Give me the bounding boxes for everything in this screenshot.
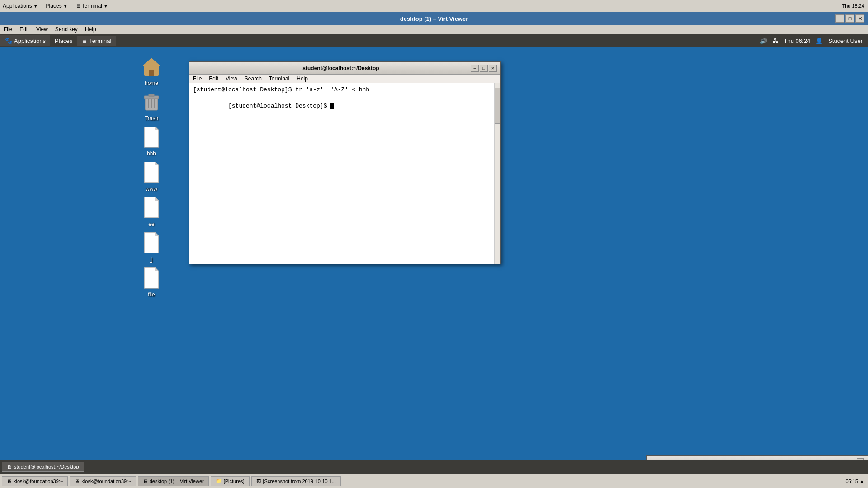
www-icon-label: www [144,185,159,192]
term-file-menu[interactable]: File [193,75,202,82]
virt-view-menu[interactable]: View [36,26,48,33]
file-icon-svg [142,267,160,289]
guest-sound-icon: 🔊 [760,38,767,44]
jj-icon-img [141,232,162,254]
host-tb-icon-0: 🖥 [7,479,12,484]
trash-icon-svg [141,91,162,113]
term-max-icon: □ [482,66,485,70]
term-terminal-menu[interactable]: Terminal [269,75,289,82]
host-tb-item-4[interactable]: 🖼 [Screenshot from 2019-10-10 1... [251,476,341,486]
terminal-minimize-btn[interactable]: – [471,65,479,72]
host-terminal-menu[interactable]: 🖥 Terminal ▼ [73,2,111,10]
host-tb-right: 05:15 ▲ [846,479,868,484]
host-applications-label: Applications [3,3,32,9]
host-places-label: Places [46,3,62,9]
home-icon-img [141,56,162,78]
svg-marker-18 [155,267,159,271]
guest-places-btn[interactable]: Places [50,36,77,46]
host-tb-item-0[interactable]: 🖥 kiosk@foundation39:~ [2,476,68,486]
virt-help-menu[interactable]: Help [85,26,96,33]
close-icon: ✕ [858,16,862,22]
host-apps-arrow: ▼ [33,3,38,9]
host-tb-icon-4: 🖼 [256,479,261,484]
host-taskbar-top: Applications ▼ Places ▼ 🖥 Terminal ▼ Thu… [0,0,868,12]
host-tb-item-1[interactable]: 🖥 kiosk@foundation39:~ [70,476,136,486]
host-tb-label-1: kiosk@foundation39:~ [81,479,131,484]
trash-desktop-icon[interactable]: Trash [136,91,167,122]
www-icon-img [141,162,162,183]
host-tb-item-2[interactable]: 🖥 desktop (1) – Virt Viewer [138,476,209,486]
desktop-icons-area: home Trash [127,47,176,307]
guest-network-icon: 🖧 [773,38,778,44]
host-tb-icon-2: 🖥 [143,479,148,484]
home-icon-svg [141,56,162,78]
home-desktop-icon[interactable]: home [136,56,167,87]
virt-edit-menu[interactable]: Edit [19,26,29,33]
svg-rect-5 [149,94,154,97]
footprint-icon: 🐾 [5,37,12,44]
terminal-window: student@localhost:~/Desktop – □ ✕ File E… [189,61,501,264]
svg-marker-1 [142,58,160,66]
host-terminal-label: Terminal [82,3,102,9]
host-tb-icon-3: 📁 [216,478,222,484]
file-desktop-icon[interactable]: file [136,267,167,298]
host-applications-menu[interactable]: Applications ▼ [0,2,41,10]
hhh-icon-svg [142,127,160,148]
terminal-cursor [330,103,334,109]
host-terminal-icon: 🖥 [75,3,81,9]
terminal-line-1: [student@localhost Desktop]$ tr 'a-z' 'A… [193,86,497,94]
terminal-win-controls: – □ ✕ [471,65,497,72]
file-icon-img [141,267,162,289]
virt-file-menu[interactable]: File [4,26,12,33]
terminal-body[interactable]: [student@localhost Desktop]$ tr 'a-z' 'A… [189,83,500,264]
ee-icon-img [141,197,162,219]
host-tb-label-2: desktop (1) – Virt Viewer [150,479,204,484]
ee-icon-svg [142,197,160,219]
guest-panel-top: 🐾 Applications Places 🖥 Terminal 🔊 🖧 Thu… [0,34,868,47]
term-help-menu[interactable]: Help [297,75,308,82]
www-desktop-icon[interactable]: www [136,162,167,192]
virt-viewer-maximize-btn[interactable]: □ [845,14,854,23]
host-places-arrow: ▼ [63,3,68,9]
host-places-menu[interactable]: Places ▼ [43,2,71,10]
virt-sendkey-menu[interactable]: Send key [55,26,78,33]
trash-icon-img [141,91,162,113]
guest-terminal-label: Terminal [89,38,111,44]
guest-taskbar-terminal-icon: 🖥 [7,464,12,470]
svg-rect-2 [149,70,154,76]
guest-applications-btn[interactable]: 🐾 Applications [0,35,50,46]
guest-taskbar-terminal-label: student@localhost:~/Desktop [14,464,79,469]
ee-desktop-icon[interactable]: ee [136,197,167,228]
virt-viewer-window: Applications ▼ Places ▼ 🖥 Terminal ▼ Thu… [0,0,868,488]
virt-viewer-menubar: File Edit View Send key Help [0,25,868,34]
terminal-scrollbar[interactable] [494,83,500,264]
jj-desktop-icon[interactable]: jj [136,232,167,263]
guest-time: Thu 06:24 [784,38,811,44]
virt-viewer-minimize-btn[interactable]: – [835,14,844,23]
guest-taskbar-terminal-item[interactable]: 🖥 student@localhost:~/Desktop [2,462,84,472]
terminal-close-btn[interactable]: ✕ [489,65,497,72]
svg-marker-12 [155,162,159,165]
terminal-maximize-btn[interactable]: □ [480,65,488,72]
hhh-desktop-icon[interactable]: hhh [136,127,167,157]
terminal-title: student@localhost:~/Desktop [211,65,471,71]
host-bottom-taskbar: 🖥 kiosk@foundation39:~ 🖥 kiosk@foundatio… [0,474,868,488]
host-tb-item-3[interactable]: 📁 [Pictures] [211,476,250,486]
term-edit-menu[interactable]: Edit [209,75,218,82]
host-tb-label-3: [Pictures] [224,479,245,484]
host-terminal-arrow: ▼ [103,3,108,9]
guest-bottom-panel: 🖥 student@localhost:~/Desktop [0,460,868,474]
trash-icon-label: Trash [143,115,160,122]
guest-terminal-btn[interactable]: 🖥 Terminal [77,36,116,46]
term-search-menu[interactable]: Search [245,75,262,82]
host-time: Thu 18:24 [842,3,864,9]
term-view-menu[interactable]: View [226,75,237,82]
virt-viewer-close-btn[interactable]: ✕ [855,14,864,23]
guest-panel-right: 🔊 🖧 Thu 06:24 👤 Student User [760,38,868,44]
file-icon-label: file [146,291,156,298]
svg-marker-10 [155,127,159,130]
terminal-scrollbar-thumb[interactable] [495,88,500,124]
svg-marker-14 [155,197,159,201]
host-tb-label-4: [Screenshot from 2019-10-10 1... [263,479,336,484]
guest-panel-left: 🐾 Applications Places 🖥 Terminal [0,35,116,46]
